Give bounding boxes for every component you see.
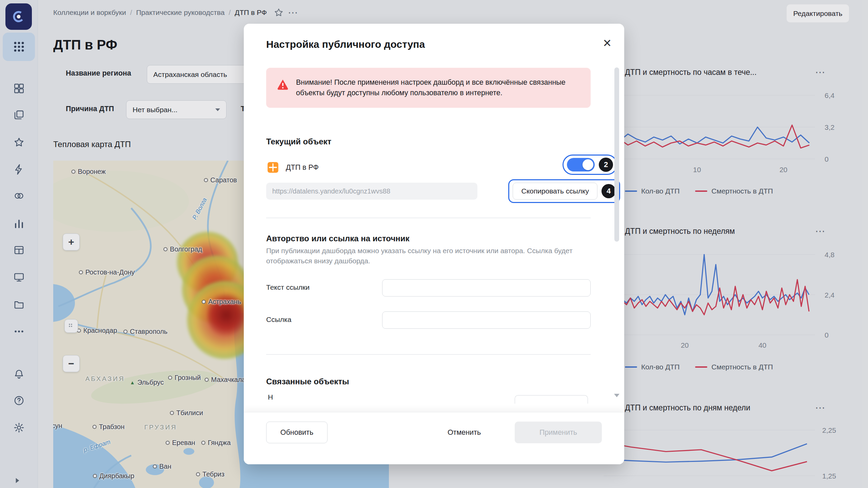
modal-footer: Обновить Отменить Применить — [244, 412, 624, 464]
related-partial-text: Н — [268, 393, 273, 401]
link-text-input[interactable] — [382, 279, 591, 297]
divider — [266, 218, 591, 218]
refresh-button[interactable]: Обновить — [266, 422, 328, 443]
public-access-toggle[interactable] — [567, 158, 595, 171]
close-icon[interactable]: × — [603, 36, 611, 50]
datalens-app: Коллекции и воркбуки / Практические руко… — [0, 0, 868, 488]
link-url-label: Ссылка — [266, 316, 291, 324]
public-url-input[interactable] — [266, 183, 477, 200]
related-objects-heading: Связанные объекты — [266, 377, 349, 386]
warning-icon — [276, 78, 289, 91]
warning-text: Внимание! После применения настроек дашб… — [296, 77, 577, 98]
scroll-more-chevron-icon — [614, 394, 619, 397]
modal-title: Настройка публичного доступа — [266, 39, 425, 50]
modal-scrollbar-thumb[interactable] — [614, 67, 619, 242]
step-badge-2: 2 — [599, 158, 613, 172]
link-text-label: Текст ссылки — [266, 283, 310, 291]
copy-link-button[interactable]: Скопировать ссылку — [513, 183, 597, 200]
step-badge-4: 4 — [601, 184, 616, 198]
public-access-modal: Настройка публичного доступа × Внимание!… — [244, 24, 624, 464]
current-object-heading: Текущий объект — [266, 137, 331, 146]
dashboard-object-icon — [266, 161, 280, 174]
cancel-button[interactable]: Отменить — [434, 422, 495, 443]
link-url-input[interactable] — [382, 311, 591, 329]
authorship-heading: Авторство или ссылка на источник — [266, 234, 410, 243]
toggle-knob — [583, 159, 593, 170]
toggle-callout: 2 — [563, 155, 617, 175]
current-object-name: ДТП в РФ — [286, 163, 319, 172]
related-scope-select[interactable] — [515, 395, 588, 404]
current-object-row: ДТП в РФ — [266, 157, 319, 178]
authorship-description: При публикации дашборда можно указать сс… — [266, 246, 587, 266]
warning-banner: Внимание! После применения настроек дашб… — [266, 68, 591, 108]
apply-button[interactable]: Применить — [515, 422, 602, 443]
divider — [266, 354, 591, 355]
copy-callout: Скопировать ссылку 4 — [508, 179, 620, 203]
